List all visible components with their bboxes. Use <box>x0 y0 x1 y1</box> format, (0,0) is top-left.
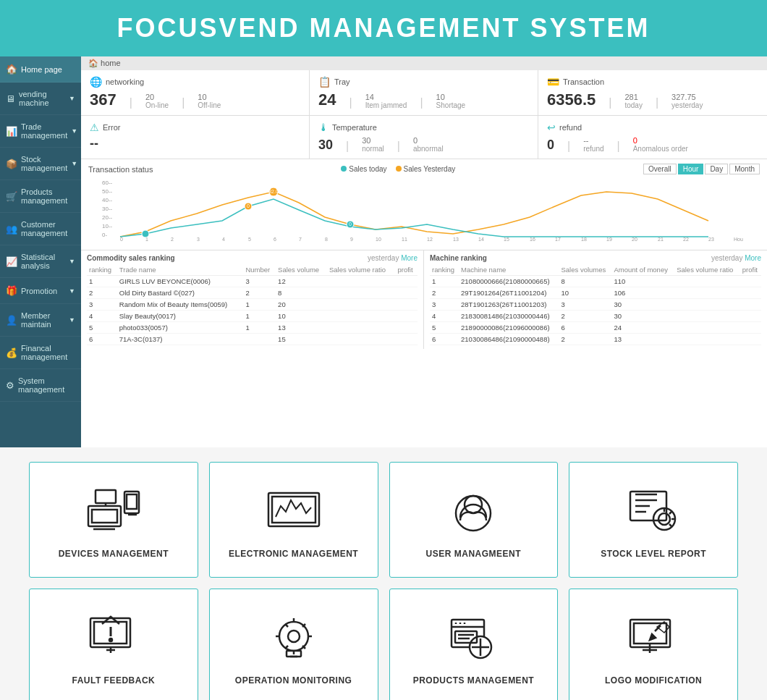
chart-btn-hour[interactable]: Hour <box>678 164 704 174</box>
promotion-icon: 🎁 <box>6 285 17 296</box>
col-profit: profit <box>740 264 761 276</box>
card-operation[interactable]: OPERATION MONITORING <box>209 589 378 700</box>
card-products[interactable]: PRODUCTS MANAGEMENT <box>389 589 559 700</box>
svg-text:18: 18 <box>581 237 587 242</box>
svg-text:6: 6 <box>274 237 276 242</box>
refund-icon: ↩ <box>547 122 556 133</box>
svg-text:7: 7 <box>299 237 302 242</box>
refund-label: refund <box>559 123 582 132</box>
sidebar-item-home[interactable]: 🏠 Home page <box>0 56 81 83</box>
chart-btn-month[interactable]: Month <box>729 164 760 174</box>
sidebar-item-promotion[interactable]: 🎁 Promotion ▼ <box>0 278 81 304</box>
col-machine-name: Machine name <box>459 264 559 276</box>
tray-shortage-label: Shortage <box>436 101 466 109</box>
dashboard: 🏠 home 🌐 networking 367 | 20 On-line <box>81 56 767 447</box>
stat-tray: 📋 Tray 24 | 14 Item jammed | 10 Shortage <box>310 70 538 115</box>
sidebar-item-label: Member maintain <box>21 311 65 329</box>
commodity-more-link[interactable]: More <box>401 254 418 262</box>
card-fault-label: FAULT FEEDBACK <box>72 675 155 686</box>
card-logo[interactable]: LOGO MODIFICATION <box>569 589 738 700</box>
col-ranking: ranking <box>87 264 117 276</box>
svg-text:17: 17 <box>555 237 561 242</box>
tray-main: 24 <box>318 90 336 109</box>
svg-text:15: 15 <box>504 237 509 242</box>
stats-row-2: ⚠ Error -- 🌡 Temperature 30 | 30 normal <box>81 116 767 159</box>
card-stock-label: STOCK LEVEL REPORT <box>601 549 706 559</box>
svg-text:40--: 40-- <box>102 197 113 203</box>
card-fault[interactable]: FAULT FEEDBACK <box>29 589 198 700</box>
temperature-normal-label: normal <box>362 145 384 153</box>
app-header: FOCUSVEND MANAGEMENT SYSTEM <box>0 0 767 56</box>
svg-line-56 <box>669 512 671 514</box>
statistical-icon: 📈 <box>6 256 17 267</box>
temperature-abnormal-val: 0 <box>413 136 444 145</box>
chevron-down-icon: ▼ <box>69 258 75 265</box>
legend-yesterday: Sales Yesterday <box>396 165 456 173</box>
svg-point-68 <box>288 631 300 642</box>
card-electronic-label: ELECTRONIC MANAGEMENT <box>229 549 358 559</box>
stat-refund: ↩ refund 0 | -- refund | 0 Anomalous ord… <box>538 116 767 159</box>
sidebar-item-products[interactable]: 🛒 Products management <box>0 180 81 213</box>
networking-label: networking <box>106 77 144 86</box>
svg-text:32.0: 32.0 <box>268 189 279 194</box>
card-electronic[interactable]: ELECTRONIC MANAGEMENT <box>209 462 378 578</box>
chevron-down-icon: ▼ <box>71 127 77 135</box>
networking-offline-label: Off-line <box>198 101 221 109</box>
svg-text:20: 20 <box>632 237 637 242</box>
tray-icon: 📋 <box>318 76 331 88</box>
cards-row-2: FAULT FEEDBACK <box>29 589 738 700</box>
networking-online-val: 20 <box>145 93 169 101</box>
commodity-table: ranking Trade name Number Sales volume S… <box>87 264 418 345</box>
stock-report-icon <box>624 484 682 538</box>
card-devices[interactable]: DEVICES MANAGEMENT <box>29 462 198 578</box>
transaction-chart: 60-- 50-- 40-- 30-- 20-- 10-- 0- 0 1 2 3… <box>88 177 760 243</box>
sidebar-item-system[interactable]: ⚙ System management <box>0 369 81 402</box>
networking-icon: 🌐 <box>90 76 102 88</box>
card-logo-label: LOGO MODIFICATION <box>605 675 702 686</box>
chart-btn-day[interactable]: Day <box>705 164 728 174</box>
table-row: 621030086486(21090000488)213 <box>430 334 761 345</box>
sidebar-item-label: Customer management <box>21 220 75 237</box>
sidebar-item-trade[interactable]: 📊 Trade management ▼ <box>0 115 81 148</box>
operation-icon <box>265 611 323 665</box>
fault-icon <box>85 611 143 665</box>
card-operation-label: OPERATION MONITORING <box>235 675 352 686</box>
app-title: FOCUSVEND MANAGEMENT SYSTEM <box>0 13 767 43</box>
commodity-yesterday-label: yesterday <box>368 254 399 262</box>
sidebar-item-label: System management <box>18 376 75 394</box>
temperature-normal-val: 30 <box>362 136 384 145</box>
table-row: 671A-3C(0137)15 <box>87 334 418 345</box>
sidebar-item-financial[interactable]: 💰 Financal management <box>0 337 81 369</box>
machine-table-title: Machine ranking <box>430 254 487 262</box>
sidebar-item-label: Stock management <box>21 155 67 172</box>
svg-text:Hou: Hou <box>734 237 743 242</box>
machine-more-link[interactable]: More <box>745 254 761 262</box>
commodity-table-header: Commodity sales ranking yesterday More <box>87 254 418 262</box>
col-ratio: Sales volume ratio <box>327 264 396 276</box>
sidebar-item-vending[interactable]: 🖥 vending machine ▼ <box>0 83 81 115</box>
refund-sub1-label: refund <box>583 145 603 153</box>
svg-text:8: 8 <box>325 237 328 242</box>
card-stock[interactable]: STOCK LEVEL REPORT <box>569 462 738 578</box>
col-number: Number <box>243 264 276 276</box>
svg-line-57 <box>669 524 671 526</box>
sidebar-item-stock[interactable]: 📦 Stock management ▼ <box>0 148 81 180</box>
sidebar-item-member[interactable]: 👤 Member maintain ▼ <box>0 304 81 337</box>
refund-anomalous-val: 0 <box>633 136 688 145</box>
error-main: -- <box>90 136 300 151</box>
table-row: 1GIRLS LUV BEYONCE(0006)312 <box>87 276 418 287</box>
card-user[interactable]: USER MANAGMEENT <box>389 462 559 578</box>
sidebar-item-customer[interactable]: 👥 Customer management <box>0 213 81 245</box>
cards-section: DEVICES MANAGEMENT ELECTRONIC MANAGEMENT <box>0 447 767 700</box>
chart-btn-overall[interactable]: Overall <box>643 164 677 174</box>
machine-table-section: Machine ranking yesterday More ranking M… <box>424 250 767 349</box>
svg-rect-44 <box>127 494 137 509</box>
col-trade-name: Trade name <box>117 264 244 276</box>
svg-text:16: 16 <box>530 237 535 242</box>
chart-title: Transaction status <box>88 165 153 174</box>
devices-icon <box>85 484 143 538</box>
svg-text:14: 14 <box>478 237 484 242</box>
sidebar-item-statistical[interactable]: 📈 Statistical analysis ▼ <box>0 245 81 278</box>
transaction-today-val: 281 <box>624 93 642 101</box>
transaction-main: 6356.5 <box>547 90 596 109</box>
